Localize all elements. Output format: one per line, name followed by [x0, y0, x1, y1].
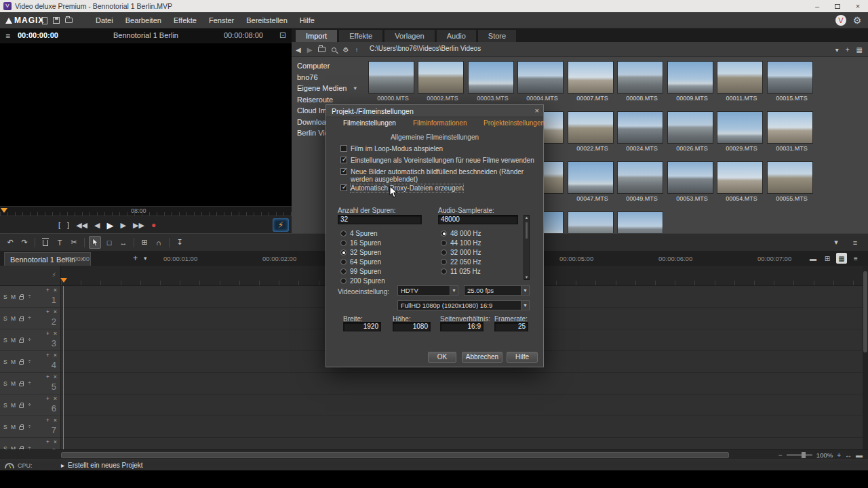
video-thumbnail-image[interactable]: [617, 61, 663, 94]
playhead-marker[interactable]: [60, 278, 67, 283]
video-thumbnail-image[interactable]: [568, 111, 614, 144]
close-icon[interactable]: ×: [848, 0, 868, 12]
tab-import[interactable]: Import: [296, 30, 337, 42]
zoom-fit-width-icon[interactable]: ↔: [845, 451, 852, 459]
mute-button[interactable]: M: [11, 402, 16, 409]
mute-button[interactable]: M: [11, 359, 16, 365]
lock-icon[interactable]: [19, 296, 24, 300]
zoom-out-icon[interactable]: −: [778, 451, 783, 459]
remove-track-icon[interactable]: ×: [54, 330, 57, 337]
solo-button[interactable]: S: [3, 337, 7, 344]
media-thumbnail[interactable]: 00053.MTS: [667, 161, 717, 202]
delete-icon[interactable]: [39, 236, 52, 249]
video-thumbnail-image[interactable]: [667, 111, 713, 144]
preview-playhead-marker[interactable]: [1, 208, 7, 213]
video-thumbnail-image[interactable]: [667, 161, 713, 194]
checkbox-label[interactable]: Film im Loop-Modus abspielen: [351, 145, 443, 152]
video-thumbnail-image[interactable]: [568, 161, 614, 194]
preset-select[interactable]: FullHD 1080p (1920x1080) 16:9▾: [397, 300, 530, 310]
width-input[interactable]: 1920: [343, 322, 381, 331]
mute-button[interactable]: M: [11, 293, 16, 300]
remove-track-icon[interactable]: ×: [54, 439, 57, 445]
record-button[interactable]: ●: [151, 220, 156, 230]
maximize-icon[interactable]: [827, 0, 848, 12]
solo-button[interactable]: S: [3, 424, 7, 430]
media-thumbnail[interactable]: 00000.MTS: [368, 61, 418, 102]
jump-end-button[interactable]: ▶▶: [133, 221, 144, 230]
video-thumbnail-image[interactable]: [517, 61, 564, 94]
track-height-icon[interactable]: ÷: [28, 380, 31, 386]
video-thumbnail-image[interactable]: [368, 61, 414, 94]
window-titlebar[interactable]: V Video deluxe Premium - Bennotorial 1 B…: [0, 0, 868, 12]
height-input[interactable]: 1080: [393, 322, 431, 331]
save-project-icon[interactable]: [53, 17, 60, 24]
menu-bereitstellen[interactable]: Bereitstellen: [240, 12, 294, 28]
radio-label[interactable]: 4 Spuren: [350, 230, 378, 237]
video-thumbnail-image[interactable]: [617, 161, 663, 194]
mute-button[interactable]: M: [11, 424, 16, 430]
zoom-level[interactable]: 100%: [816, 451, 833, 459]
track-header[interactable]: SM÷+×6: [0, 394, 61, 416]
lock-icon[interactable]: [19, 318, 24, 321]
view-overview-icon[interactable]: ≡: [850, 253, 861, 264]
tree-item-reiseroute[interactable]: Reiseroute: [292, 94, 366, 106]
add-track-icon[interactable]: +: [46, 417, 50, 424]
video-thumbnail-image[interactable]: [568, 61, 614, 94]
radio-11025hz[interactable]: [441, 268, 447, 274]
radio-label[interactable]: 44 100 Hz: [450, 239, 481, 247]
tree-item-bno76[interactable]: bno76: [292, 72, 366, 83]
track-lane[interactable]: [61, 416, 863, 438]
media-thumbnail[interactable]: 00015.MTS: [767, 61, 816, 102]
tree-item-computer[interactable]: Computer: [292, 60, 366, 72]
video-preview-screen[interactable]: [0, 43, 292, 206]
radio-32-spuren[interactable]: [340, 249, 347, 256]
current-path[interactable]: C:\Users\bno76\Videos\Berlin Videos: [370, 45, 481, 52]
tab-effekte[interactable]: Effekte: [339, 30, 382, 42]
checkbox-label[interactable]: Neue Bilder automatisch bildfüllend besc…: [351, 168, 535, 183]
preview-scrubber[interactable]: 08:00: [0, 206, 292, 216]
dialog-tab-filminformationen[interactable]: Filminformationen: [413, 119, 467, 127]
radio-32000hz[interactable]: [441, 249, 447, 256]
menu-effekte[interactable]: Effekte: [167, 12, 203, 28]
redo-icon[interactable]: ↷: [18, 236, 31, 249]
mute-button[interactable]: M: [11, 380, 16, 387]
grid-toggle-icon[interactable]: ⊞: [138, 236, 151, 249]
zoom-in-icon[interactable]: +: [837, 451, 841, 459]
ok-button[interactable]: OK: [428, 352, 456, 363]
solo-button[interactable]: S: [3, 315, 7, 322]
radio-label[interactable]: 48 000 Hz: [450, 230, 481, 237]
preview-timecode[interactable]: 00:00:00:00: [18, 31, 58, 39]
scroll-up-icon[interactable]: ▲: [524, 216, 529, 220]
video-thumbnail-image[interactable]: [667, 61, 713, 94]
view-grid-icon[interactable]: ▦: [856, 46, 863, 54]
scroll-down-icon[interactable]: ▼: [524, 275, 529, 279]
razor-icon[interactable]: ✂: [68, 236, 80, 249]
media-thumbnail[interactable]: 00047.MTS: [568, 161, 617, 202]
add-track-icon[interactable]: +: [46, 352, 50, 359]
radio-label[interactable]: 99 Spuren: [350, 268, 381, 275]
gear-icon[interactable]: ⚙: [852, 15, 863, 26]
add-track-icon[interactable]: +: [46, 308, 50, 315]
video-thumbnail-image[interactable]: [717, 161, 763, 194]
options-gear-icon[interactable]: ⚙: [342, 46, 349, 54]
add-track-icon[interactable]: +: [46, 287, 50, 293]
video-thumbnail-image[interactable]: [767, 61, 813, 94]
track-height-icon[interactable]: ÷: [28, 401, 31, 408]
media-thumbnail[interactable]: 00024.MTS: [617, 111, 667, 152]
fps-select[interactable]: 25.00 fps▾: [464, 285, 530, 296]
frame-forward-button[interactable]: ▶: [121, 221, 126, 230]
vertical-scrollbar-thumb[interactable]: [863, 271, 867, 352]
media-thumbnail[interactable]: 00009.MTS: [667, 61, 717, 102]
radio-200-spuren[interactable]: [340, 278, 347, 284]
track-height-icon[interactable]: ÷: [28, 358, 31, 365]
range-select-icon[interactable]: ↔: [117, 236, 130, 249]
radio-22050hz[interactable]: [441, 259, 447, 265]
video-thumbnail-image[interactable]: [767, 161, 813, 194]
view-storyboard-icon[interactable]: ⊞: [822, 253, 833, 264]
media-footer-menu-icon[interactable]: ≡: [849, 236, 861, 249]
samplerate-input[interactable]: 48000: [438, 215, 518, 224]
video-thumbnail-image[interactable]: [418, 61, 464, 94]
media-thumbnail[interactable]: 00031.MTS: [767, 111, 816, 152]
range-in-button[interactable]: [: [58, 221, 60, 229]
media-thumbnail[interactable]: 00007.MTS: [568, 61, 617, 102]
